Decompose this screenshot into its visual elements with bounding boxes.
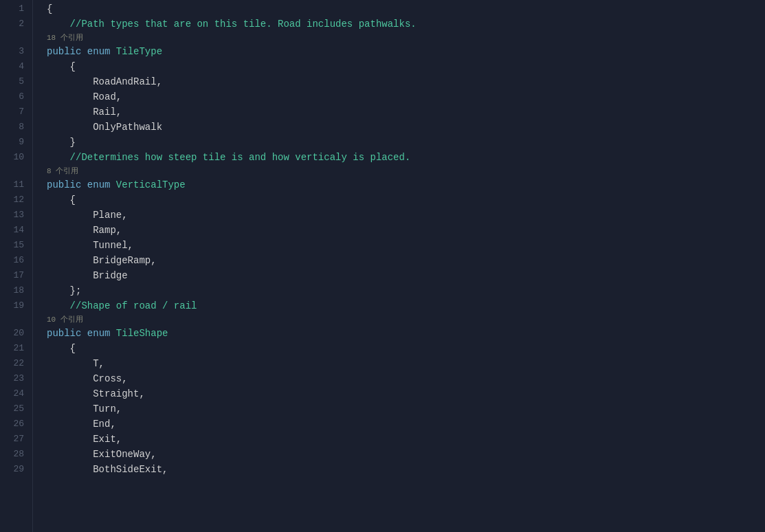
code-line: End,	[47, 417, 765, 432]
code-line: //Path types that are on this tile. Road…	[47, 16, 765, 32]
code-line: BothSideExit,	[47, 462, 765, 477]
code-line: public enum TileShape	[47, 326, 765, 341]
ref-count: 8 个引用	[47, 165, 765, 177]
code-line: {	[47, 192, 765, 208]
code-viewer: 1234567891011121314151617181920212223242…	[0, 0, 765, 532]
code-line: BridgeRamp,	[47, 253, 765, 268]
code-line: Ramp,	[47, 223, 765, 238]
code-line: Straight,	[47, 386, 765, 401]
code-line: Exit,	[47, 432, 765, 447]
code-line: Turn,	[47, 401, 765, 417]
code-line: public enum VerticalType	[47, 177, 765, 192]
code-line: Tunnel,	[47, 238, 765, 253]
code-area: { //Path types that are on this tile. Ro…	[33, 0, 765, 532]
code-line: RoadAndRail,	[47, 74, 765, 89]
code-line: Road,	[47, 89, 765, 104]
code-line: {	[47, 341, 765, 356]
code-line: Cross,	[47, 371, 765, 386]
line-number-gutter: 1234567891011121314151617181920212223242…	[0, 0, 33, 532]
ref-count: 10 个引用	[47, 313, 765, 326]
code-line: //Shape of road / rail	[47, 298, 765, 313]
code-line: {	[47, 1, 765, 16]
ref-count: 18 个引用	[47, 32, 765, 44]
code-line: Plane,	[47, 208, 765, 223]
code-line: //Determines how steep tile is and how v…	[47, 150, 765, 165]
code-line: Rail,	[47, 104, 765, 120]
code-line: }	[47, 135, 765, 150]
code-line: {	[47, 59, 765, 74]
code-line: T,	[47, 356, 765, 371]
code-line: OnlyPathwalk	[47, 120, 765, 135]
code-line: };	[47, 283, 765, 298]
code-line: ExitOneWay,	[47, 447, 765, 462]
code-line: Bridge	[47, 268, 765, 283]
code-line: public enum TileType	[47, 44, 765, 59]
